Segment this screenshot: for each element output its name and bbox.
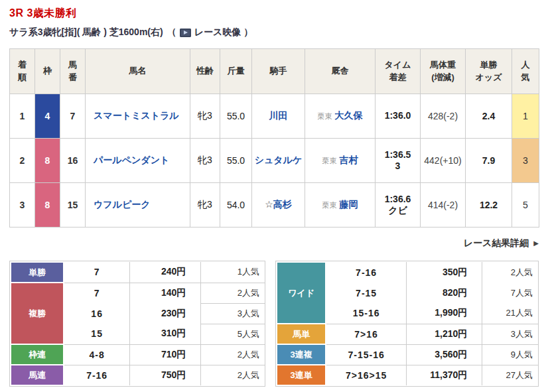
payout-amount: 3,560円 bbox=[406, 344, 482, 365]
payout-amount: 140円 bbox=[129, 283, 200, 303]
margin: クビ bbox=[376, 205, 420, 217]
finish-time: 1:36.5 bbox=[376, 149, 420, 161]
jockey-cell: シュタルケ bbox=[252, 139, 305, 183]
jockey-cell: 川田 bbox=[252, 94, 305, 139]
popularity: 3 bbox=[512, 139, 539, 183]
payout-popularity: 3人気 bbox=[482, 324, 538, 344]
payout-amount: 230円 bbox=[129, 303, 200, 324]
finish-time: 1:36.6 bbox=[376, 194, 420, 206]
col-header-popularity: 人 気 bbox=[512, 49, 539, 94]
col-header-time-margin: タイム 着差 bbox=[376, 49, 421, 94]
result-row: 2 8 16 パールペンダント 牝3 55.0 シュタルケ 栗東吉村 1:36.… bbox=[10, 139, 539, 183]
payout-popularity: 2人気 bbox=[201, 365, 265, 385]
col-header-weight: 斤量 bbox=[220, 49, 252, 94]
time-margin-cell: 1:36.0 bbox=[376, 94, 421, 139]
result-row: 1 4 7 スマートミストラル 牝3 55.0 川田 栗東大久保 1:36.0 … bbox=[10, 94, 539, 139]
sex-age: 牝3 bbox=[190, 139, 220, 183]
payout-popularity: 2人気 bbox=[482, 262, 538, 283]
win-odds: 7.9 bbox=[466, 139, 512, 183]
payout-popularity: 21人気 bbox=[482, 303, 538, 324]
race-result-page: 3R 3歳未勝利 サラ系3歳牝[指]( 馬齢 ) 芝1600m(右) （ レース… bbox=[0, 0, 548, 387]
payout-type-label: 馬単 bbox=[277, 324, 326, 344]
race-title: 3R 3歳未勝利 bbox=[9, 7, 539, 21]
horse-name-cell: スマートミストラル bbox=[86, 94, 190, 139]
payout-row: 馬連 7-16 750円 2人気 bbox=[11, 365, 265, 385]
payout-amount: 750円 bbox=[129, 365, 200, 385]
payout-row: 3連複 7-15-16 3,560円 9人気 bbox=[277, 344, 538, 365]
payout-row: 枠連 4-8 710円 2人気 bbox=[11, 344, 265, 365]
chevron-right-icon: ▶ bbox=[533, 239, 539, 247]
payout-type-label: ワイド bbox=[277, 262, 326, 324]
payout-section: 単勝 7 240円 1人気 複勝 7 140円 2人気 16 230円 3人気 bbox=[9, 261, 539, 387]
horse-name-link[interactable]: パールペンダント bbox=[94, 155, 169, 165]
trainer-link[interactable]: 藤岡 bbox=[340, 199, 358, 210]
payout-combination: 15 bbox=[64, 324, 129, 344]
payout-type-label: 3連複 bbox=[277, 344, 326, 365]
col-header-horse-number: 馬 番 bbox=[60, 49, 86, 94]
horse-weight: 414(-2) bbox=[421, 183, 466, 228]
payout-combination: 7>16 bbox=[326, 324, 406, 344]
payout-combination: 7-16 bbox=[64, 365, 129, 385]
trainer-link[interactable]: 大久保 bbox=[335, 110, 363, 121]
payout-type-label: 枠連 bbox=[11, 344, 64, 365]
payout-combination: 7 bbox=[64, 283, 129, 303]
horse-name-link[interactable]: スマートミストラル bbox=[94, 110, 179, 121]
col-header-horse-name: 馬名 bbox=[86, 49, 190, 94]
payout-amount: 710円 bbox=[129, 344, 200, 365]
jockey-link[interactable]: 川田 bbox=[269, 110, 288, 121]
video-icon bbox=[180, 29, 191, 37]
apprentice-mark: ☆ bbox=[265, 199, 273, 210]
payout-table-right: ワイド 7-16 350円 2人気 7-15 820円 7人気 15-16 1,… bbox=[275, 261, 539, 387]
col-header-jockey: 騎手 bbox=[252, 49, 305, 94]
payout-popularity: 27人気 bbox=[482, 365, 538, 385]
jockey-link[interactable]: 高杉 bbox=[273, 199, 292, 210]
payout-row: 馬単 7>16 1,210円 3人気 bbox=[277, 324, 538, 344]
time-margin-cell: 1:36.6クビ bbox=[376, 183, 421, 228]
payout-combination: 4-8 bbox=[64, 344, 129, 365]
payout-amount: 11,370円 bbox=[406, 365, 482, 385]
horse-name-cell: ウフルピーク bbox=[86, 183, 190, 228]
race-conditions: サラ系3歳牝[指]( 馬齢 ) 芝1600m(右) bbox=[9, 27, 163, 38]
payout-row: 単勝 7 240円 1人気 bbox=[11, 262, 265, 283]
jockey-link[interactable]: シュタルケ bbox=[255, 155, 303, 165]
payout-popularity: 1人気 bbox=[201, 262, 265, 283]
sex-age: 牝3 bbox=[190, 94, 220, 139]
frame-number: 8 bbox=[35, 139, 60, 183]
payout-row: 3連単 7>16>15 11,370円 27人気 bbox=[277, 365, 538, 385]
race-conditions-row: サラ系3歳牝[指]( 馬齢 ) 芝1600m(右) （ レース映像 ） bbox=[9, 27, 539, 38]
race-result-detail-link[interactable]: レース結果詳細▶ bbox=[464, 237, 539, 248]
stable-cell: 栗東大久保 bbox=[305, 94, 376, 139]
race-video-link[interactable]: レース映像 bbox=[194, 27, 241, 38]
payout-popularity: 2人気 bbox=[201, 283, 265, 303]
finish-position: 2 bbox=[10, 139, 35, 183]
payout-type-label: 馬連 bbox=[11, 365, 64, 385]
payout-combination: 7-15-16 bbox=[326, 344, 406, 365]
race-results-table: 着 順 枠 馬 番 馬名 性齢 斤量 騎手 厩舎 タイム 着差 馬体重 (増減)… bbox=[9, 48, 539, 228]
payout-combination: 7>16>15 bbox=[326, 365, 406, 385]
horse-weight: 428(-2) bbox=[421, 94, 466, 139]
payout-combination: 16 bbox=[64, 303, 129, 324]
payout-table-left: 単勝 7 240円 1人気 複勝 7 140円 2人気 16 230円 3人気 bbox=[9, 261, 265, 387]
time-margin-cell: 1:36.53 bbox=[376, 139, 421, 183]
payout-amount: 1,210円 bbox=[406, 324, 482, 344]
horse-weight: 442(+10) bbox=[421, 139, 466, 183]
col-header-horse-weight: 馬体重 (増減) bbox=[421, 49, 466, 94]
col-header-sex-age: 性齢 bbox=[190, 49, 220, 94]
horse-number: 16 bbox=[60, 139, 86, 183]
payout-amount: 820円 bbox=[406, 283, 482, 303]
col-header-win-odds: 単勝 オッズ bbox=[466, 49, 512, 94]
payout-popularity: 3人気 bbox=[201, 303, 265, 324]
frame-number: 4 bbox=[35, 94, 60, 139]
payout-combination: 15-16 bbox=[326, 303, 406, 324]
paren-open: （ bbox=[167, 27, 176, 38]
payout-popularity: 7人気 bbox=[482, 283, 538, 303]
payout-type-label: 複勝 bbox=[11, 283, 64, 344]
payout-combination: 7 bbox=[64, 262, 129, 283]
win-odds: 12.2 bbox=[466, 183, 512, 228]
trainer-link[interactable]: 吉村 bbox=[340, 155, 358, 165]
payout-popularity: 5人気 bbox=[201, 324, 265, 344]
col-header-stable: 厩舎 bbox=[305, 49, 376, 94]
horse-name-link[interactable]: ウフルピーク bbox=[94, 199, 151, 210]
stable-cell: 栗東藤岡 bbox=[305, 183, 376, 228]
jockey-cell: ☆高杉 bbox=[252, 183, 305, 228]
